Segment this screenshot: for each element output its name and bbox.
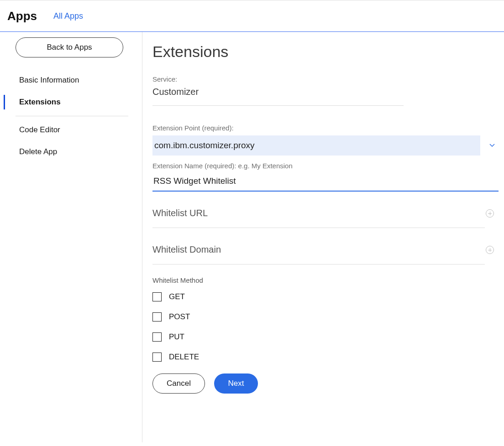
service-field: Service: Customizer (152, 75, 499, 106)
method-label: DELETE (169, 353, 199, 362)
method-checkbox-delete[interactable]: DELETE (152, 353, 499, 362)
extension-point-field: Extension Point (required): com.ibm.cust… (152, 124, 499, 156)
sidebar-divider (16, 116, 128, 116)
sidebar-item-label: Delete App (19, 147, 57, 156)
sidebar-item-label: Code Editor (19, 125, 60, 134)
method-label: GET (169, 292, 185, 301)
whitelist-method-label: Whitelist Method (152, 276, 499, 284)
extension-name-input[interactable] (152, 173, 499, 192)
plus-circle-icon[interactable] (486, 246, 494, 254)
button-row: Cancel Next (152, 373, 499, 394)
next-button[interactable]: Next (214, 373, 258, 394)
whitelist-url-label: Whitelist URL (152, 208, 208, 218)
extension-point-select[interactable]: com.ibm.customizer.proxy (152, 135, 480, 156)
checkbox-icon (152, 332, 162, 342)
content: Back to Apps Basic Information Extension… (0, 32, 504, 442)
extension-point-value: com.ibm.customizer.proxy (154, 140, 255, 150)
sidebar: Back to Apps Basic Information Extension… (0, 32, 142, 442)
sidebar-item-basic-information[interactable]: Basic Information (16, 69, 128, 91)
service-value: Customizer (152, 87, 404, 106)
whitelist-domain-label: Whitelist Domain (152, 244, 221, 255)
method-checkbox-get[interactable]: GET (152, 292, 499, 301)
method-checkbox-post[interactable]: POST (152, 312, 499, 322)
all-apps-link[interactable]: All Apps (53, 11, 83, 21)
checkbox-icon (152, 292, 162, 301)
method-label: POST (169, 312, 190, 322)
sidebar-item-delete-app[interactable]: Delete App (16, 141, 128, 163)
checkbox-icon (152, 353, 162, 362)
extension-name-label: Extension Name (required): e.g. My Exten… (152, 162, 499, 170)
plus-circle-icon[interactable] (486, 209, 494, 218)
method-label: PUT (169, 332, 184, 342)
topbar-title: Apps (7, 9, 37, 23)
whitelist-url-section: Whitelist URL (152, 198, 485, 228)
extension-name-field: Extension Name (required): e.g. My Exten… (152, 162, 499, 192)
page-title: Extensions (152, 43, 499, 61)
sidebar-item-code-editor[interactable]: Code Editor (16, 119, 128, 141)
cancel-button[interactable]: Cancel (152, 373, 205, 394)
extension-point-label: Extension Point (required): (152, 124, 499, 132)
method-checkbox-put[interactable]: PUT (152, 332, 499, 342)
checkbox-icon (152, 312, 162, 322)
caret-down-icon[interactable] (489, 144, 495, 147)
main-panel: Extensions Service: Customizer Extension… (142, 32, 504, 442)
back-to-apps-button[interactable]: Back to Apps (16, 37, 123, 57)
service-label: Service: (152, 75, 499, 83)
sidebar-item-label: Extensions (19, 98, 61, 106)
sidebar-item-label: Basic Information (19, 76, 79, 84)
topbar: Apps All Apps (0, 0, 504, 32)
whitelist-method-section: Whitelist Method GET POST PUT DELETE (152, 276, 499, 362)
extension-point-select-row: com.ibm.customizer.proxy (152, 135, 499, 156)
sidebar-item-extensions[interactable]: Extensions (16, 91, 128, 113)
whitelist-domain-section: Whitelist Domain (152, 234, 485, 264)
